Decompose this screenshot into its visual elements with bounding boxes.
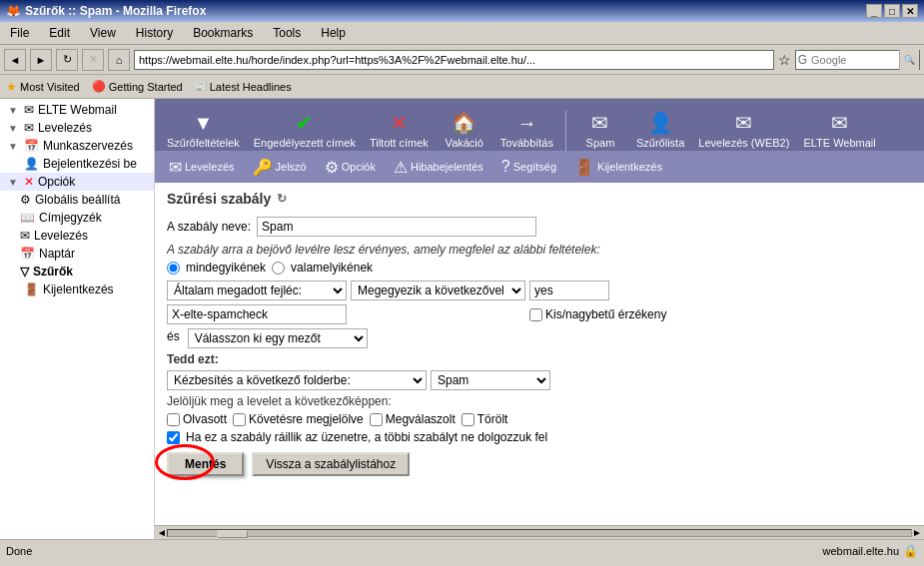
condition1-header-input[interactable] <box>167 304 347 324</box>
mark-read-checkbox[interactable] <box>167 413 180 426</box>
bookmark-most-visited-label: Most Visited <box>20 81 80 93</box>
menu-tools[interactable]: Tools <box>267 24 307 42</box>
tovabbitas-icon: → <box>516 112 536 135</box>
condition1-case-text: Kis/nagybetű érzékeny <box>545 307 666 321</box>
minimize-button[interactable]: _ <box>866 4 882 18</box>
stop-checkbox[interactable] <box>167 431 180 444</box>
sidebar-item-levelezés[interactable]: ▼ ✉ Levelezés <box>0 119 154 137</box>
szurofeltetelek-icon: ▼ <box>193 112 213 135</box>
condition1-case-label: Kis/nagybetű érzékeny <box>529 307 666 321</box>
toolbar-btn-spam[interactable]: ✉ Spam <box>574 109 626 151</box>
scroll-left-button[interactable]: ◄ <box>157 527 167 538</box>
reload-button[interactable]: ↻ <box>56 49 78 71</box>
stop-button[interactable]: ✕ <box>82 49 104 71</box>
window-title-bar: 🦊 Szűrők :: Spam - Mozilla Firefox _ □ ✕ <box>0 0 924 22</box>
mark-answered-checkbox[interactable] <box>370 413 383 426</box>
radio-any[interactable] <box>272 262 285 275</box>
bookmark-getting-started[interactable]: 🔴 Getting Started <box>92 80 183 93</box>
condition2-select[interactable]: Válasszon ki egy mezőt <box>188 328 368 348</box>
levelezés2-icon: ✉ <box>20 229 30 243</box>
action-select1[interactable]: Kézbesítés a következő folderbe: <box>167 370 427 390</box>
opciók-tb2-icon: ⚙ <box>325 158 339 177</box>
search-go-button[interactable]: 🔍 <box>899 50 919 70</box>
sidebar-item-munkaszervezés[interactable]: ▼ 📅 Munkaszervezés <box>0 137 154 155</box>
sidebar-item-szurok[interactable]: ▽ Szűrők <box>0 263 154 281</box>
rule-description: A szabály arra a bejövő levélre lesz érv… <box>167 243 912 257</box>
toolbar2-btn-opciók[interactable]: ⚙ Opciók <box>319 156 382 179</box>
bookmark-most-visited[interactable]: ★ Most Visited <box>6 80 80 94</box>
toolbar2-btn-jelszó[interactable]: 🔑 Jelszó <box>247 156 313 179</box>
toolbar2-btn-levelezés[interactable]: ✉ Levelezés <box>163 156 241 179</box>
toolbar-btn-engedélyezett[interactable]: ✔ Engedélyezett címek <box>250 109 360 151</box>
action-row: Kézbesítés a következő folderbe: Spam <box>167 370 912 390</box>
back-button-form[interactable]: Vissza a szabálylistához <box>252 452 410 476</box>
scroll-track[interactable] <box>167 529 912 537</box>
forward-button[interactable]: ► <box>30 49 52 71</box>
horizontal-scrollbar[interactable]: ◄ ► <box>155 525 924 539</box>
toolbar-btn-tovabbitas[interactable]: → Továbbítás <box>496 110 557 151</box>
menu-edit[interactable]: Edit <box>43 24 76 42</box>
condition1-case-checkbox[interactable] <box>529 308 542 321</box>
star-bookmark-icon[interactable]: ☆ <box>778 52 791 68</box>
menu-file[interactable]: File <box>4 24 35 42</box>
toolbar-btn-tiltott[interactable]: ✕ Tiltott címek <box>366 109 433 151</box>
back-button[interactable]: ◄ <box>4 49 26 71</box>
toolbar2-btn-kijelentkezés[interactable]: 🚪 Kijelentkezés <box>568 156 668 179</box>
bookmark-latest-headlines[interactable]: 📰 Latest Headlines <box>195 81 292 93</box>
scroll-thumb[interactable] <box>218 530 248 538</box>
menu-history[interactable]: History <box>130 24 179 42</box>
mark-flagged-checkbox[interactable] <box>233 413 246 426</box>
toolbar-label-tiltott: Tiltott címek <box>370 137 429 149</box>
expand-icon-5: ▼ <box>8 177 18 188</box>
address-bar[interactable] <box>134 50 774 70</box>
sidebar-item-cimjegyzek[interactable]: 📖 Címjegyzék <box>0 209 154 227</box>
condition1-select2[interactable]: Megegyezik a következővel <box>351 281 525 300</box>
szurok-icon: ▽ <box>20 265 29 279</box>
sidebar-item-opciók[interactable]: ▼ ✕ Opciók <box>0 173 154 191</box>
kijelentkezés-icon: 🚪 <box>24 283 39 296</box>
sidebar-item-levelezés2[interactable]: ✉ Levelezés <box>0 227 154 245</box>
sidebar-item-bejelentkezés[interactable]: ▼ 👤 Bejelentkezési be <box>0 155 154 173</box>
search-input[interactable] <box>809 53 899 67</box>
toolbar2-label-segítség: Segítség <box>513 161 556 173</box>
home-button[interactable]: ⌂ <box>108 49 130 71</box>
sidebar-item-naptar[interactable]: 📅 Naptár <box>0 245 154 263</box>
rule-name-input[interactable] <box>257 217 536 237</box>
scroll-right-button[interactable]: ► <box>912 527 922 538</box>
sidebar-label-bejelentkezés: Bejelentkezési be <box>43 157 137 171</box>
toolbar-btn-vakacio[interactable]: 🏠 Vakáció <box>439 109 490 151</box>
close-button[interactable]: ✕ <box>902 4 918 18</box>
toolbar-btn-elte-webmail[interactable]: ✉ ELTE Webmail <box>799 109 879 151</box>
sidebar-item-elte-webmail[interactable]: ▼ ✉ ELTE Webmail <box>0 101 154 119</box>
toolbar-label-levelezés-web2: Levelezés (WEB2) <box>698 137 789 149</box>
toolbar-btn-levelezés-web2[interactable]: ✉ Levelezés (WEB2) <box>694 109 793 151</box>
action-select2[interactable]: Spam <box>431 370 550 390</box>
condition1-select1[interactable]: Általam megadott fejléc: <box>167 281 347 300</box>
toolbar-btn-szurolista[interactable]: 👤 Szűrőlista <box>632 109 688 151</box>
save-button[interactable]: Mentés <box>167 452 244 476</box>
mark-read-text: Olvasott <box>183 412 227 426</box>
nav-bar: ◄ ► ↻ ✕ ⌂ ☆ G 🔍 <box>0 45 924 75</box>
maximize-button[interactable]: □ <box>884 4 900 18</box>
radio-all[interactable] <box>167 262 180 275</box>
window-controls[interactable]: _ □ ✕ <box>866 4 918 18</box>
menu-bookmarks[interactable]: Bookmarks <box>187 24 259 42</box>
levelezés-icon: ✉ <box>24 121 34 135</box>
naptar-icon: 📅 <box>20 247 35 261</box>
sidebar-item-kijelentkezés[interactable]: ▼ 🚪 Kijelentkezés <box>0 281 154 298</box>
sidebar-item-globalis[interactable]: ⚙ Globális beállítá <box>0 191 154 209</box>
sidebar-label-kijelentkezés: Kijelentkezés <box>43 283 114 296</box>
mark-deleted-checkbox[interactable] <box>462 413 474 426</box>
bookmark-latest-headlines-label: Latest Headlines <box>210 81 292 93</box>
toolbar2-btn-segítség[interactable]: ? Segítség <box>495 156 562 178</box>
page-title: Szűrési szabály ↻ <box>167 191 912 207</box>
levelezés-tb2-icon: ✉ <box>169 158 182 177</box>
toolbar2-btn-hibabejelentés[interactable]: ⚠ Hibabejelentés <box>388 156 489 179</box>
condition1-value-input[interactable] <box>529 281 609 300</box>
mark-flagged-label: Követésre megjelölve <box>233 412 364 426</box>
menu-view[interactable]: View <box>84 24 122 42</box>
menu-help[interactable]: Help <box>315 24 352 42</box>
toolbar-btn-szurofeltetelek[interactable]: ▼ Szűrőfeltételek <box>163 110 244 151</box>
toolbar-label-engedélyezett: Engedélyezett címek <box>254 137 356 149</box>
content-area: ▼ Szűrőfeltételek ✔ Engedélyezett címek … <box>155 99 924 539</box>
